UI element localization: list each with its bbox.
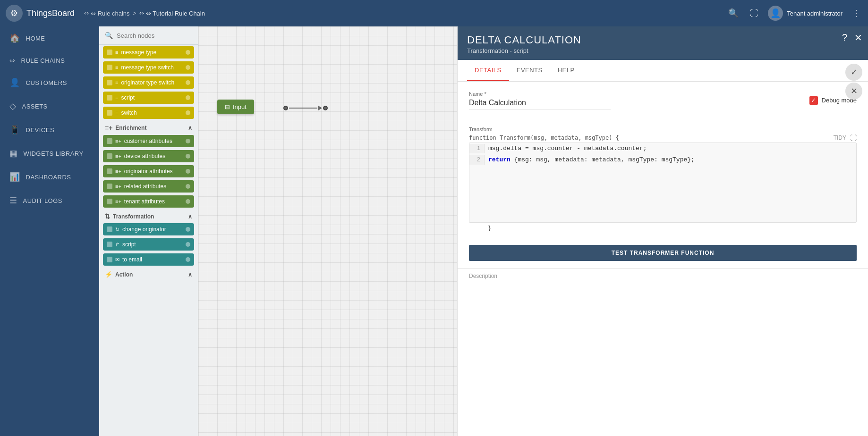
sidebar-label-devices: DEVICES — [26, 126, 55, 134]
node-label-script-filter: script — [121, 94, 183, 101]
enrichment-section-icon: ≡+ — [105, 124, 112, 132]
node-item-script-transform[interactable]: ↱ script — [103, 238, 194, 251]
node-item-related-attributes[interactable]: ≡+ related attributes — [103, 180, 194, 193]
node-right-connector — [186, 139, 190, 143]
close-panel-button[interactable]: ✕ — [854, 32, 862, 43]
sidebar-item-rule-chains[interactable]: ⇔ RULE CHAINS — [0, 50, 99, 71]
code-empty-space — [469, 166, 856, 222]
transformation-collapse-icon: ∧ — [188, 213, 192, 220]
debug-checkbox[interactable]: ✓ — [809, 96, 818, 105]
node-item-script-filter[interactable]: ≡ script — [103, 92, 194, 104]
test-transformer-button[interactable]: TEST TRANSFORMER FUNCTION — [469, 245, 857, 261]
enrichment-section-label: Enrichment — [115, 125, 146, 131]
tabs-bar: DETAILS EVENTS HELP — [458, 60, 868, 82]
detail-panel-header: DELTA CALCULATION Transformation - scrip… — [458, 26, 868, 60]
node-left-connector — [107, 199, 112, 204]
scroll-down-button[interactable]: ✕ — [845, 83, 862, 100]
node-left-connector — [107, 80, 112, 85]
transform-label: Transform — [469, 126, 857, 132]
sidebar-label-rule-chains: RULE CHAINS — [21, 57, 65, 64]
node-item-message-type[interactable]: ≡ message type — [103, 46, 194, 59]
expand-button[interactable]: ⛶ — [850, 134, 857, 142]
scroll-up-button[interactable]: ✓ — [845, 64, 862, 81]
code-text-1: msg.delta = msg.counter - metadata.count… — [488, 145, 647, 152]
fullscreen-button[interactable]: ⛶ — [748, 7, 760, 20]
more-menu-button[interactable]: ⋮ — [850, 6, 862, 20]
search-icon: 🔍 — [105, 32, 113, 39]
node-item-device-attributes[interactable]: ≡+ device attributes — [103, 150, 194, 162]
detail-panel-subtitle: Transformation - script — [467, 47, 859, 54]
node-item-message-type-switch[interactable]: ≡ message type switch — [103, 61, 194, 74]
audit-logs-icon: ☰ — [9, 195, 17, 206]
fn-signature: function Transform(msg, metadata, msgTyp… — [469, 134, 857, 142]
node-left-connector — [107, 257, 112, 262]
node-right-connector — [186, 257, 190, 262]
sidebar-label-customers: CUSTOMERS — [26, 79, 67, 86]
canvas-input-node[interactable]: ⊟ Input — [217, 100, 254, 114]
widgets-icon: ▦ — [9, 148, 18, 159]
search-button[interactable]: 🔍 — [726, 6, 740, 20]
sidebar-item-audit-logs[interactable]: ☰ AUDIT LOGS — [0, 189, 99, 212]
node-left-connector — [107, 242, 112, 247]
node-label-change-originator: change originator — [122, 226, 183, 233]
sidebar-item-customers[interactable]: 👤 CUSTOMERS — [0, 71, 99, 94]
code-editor[interactable]: 1 msg.delta = msg.counter - metadata.cou… — [469, 143, 857, 223]
node-item-customer-attributes[interactable]: ≡+ customer attributes — [103, 135, 194, 147]
node-search-input[interactable] — [117, 32, 196, 39]
sidebar-item-devices[interactable]: 📱 DEVICES — [0, 118, 99, 142]
enrichment-section-header[interactable]: ≡+ Enrichment ∧ — [99, 120, 198, 134]
node-right-connector — [186, 242, 190, 247]
node-right-connector — [186, 169, 190, 174]
node-right-connector — [186, 110, 190, 115]
tab-help[interactable]: HELP — [550, 60, 582, 81]
breadcrumb-rule-chains[interactable]: ⇔ ⇔ Rule chains — [84, 10, 130, 17]
transformation-section-header[interactable]: ⇅ Transformation ∧ — [99, 209, 198, 222]
dashboards-icon: 📊 — [9, 172, 20, 182]
node-label-related-attributes: related attributes — [124, 183, 183, 190]
customers-icon: 👤 — [9, 77, 20, 88]
sidebar-item-dashboards[interactable]: 📊 DASHBOARDS — [0, 165, 99, 189]
node-right-connector — [186, 227, 190, 232]
node-left-connector — [107, 226, 112, 232]
avatar: 👤 — [768, 6, 783, 21]
node-left-connector — [107, 95, 112, 101]
connector-arrow — [318, 106, 322, 110]
transformation-icon: ⇅ — [105, 213, 110, 220]
node-right-connector — [186, 65, 190, 70]
detail-panel: DELTA CALCULATION Transformation - scrip… — [457, 26, 868, 436]
tab-details[interactable]: DETAILS — [467, 60, 509, 81]
node-item-to-email[interactable]: ✉ to email — [103, 253, 194, 266]
name-label: Name * — [469, 91, 611, 97]
sidebar-label-dashboards: DASHBOARDS — [26, 174, 71, 181]
node-left-connector — [107, 110, 112, 116]
node-right-connector — [186, 184, 190, 189]
sidebar-item-widgets-library[interactable]: ▦ WIDGETS LIBRARY — [0, 142, 99, 165]
node-item-tenant-attributes[interactable]: ≡+ tenant attributes — [103, 195, 194, 208]
canvas-area[interactable]: ⊟ Input — [198, 26, 457, 436]
tab-events[interactable]: EVENTS — [509, 60, 550, 81]
tidy-button[interactable]: TIDY — [834, 134, 846, 142]
action-section-header[interactable]: ⚡ Action ∧ — [99, 267, 198, 280]
node-right-connector — [186, 95, 190, 100]
sidebar-item-assets[interactable]: ◇ ASSETS — [0, 94, 99, 118]
breadcrumb: ⇔ ⇔ Rule chains > ⇔ ⇔ Tutorial Rule Chai… — [84, 9, 726, 17]
topnav: ⚙ ThingsBoard ⇔ ⇔ Rule chains > ⇔ ⇔ Tuto… — [0, 0, 868, 26]
node-item-change-originator[interactable]: ↻ change originator — [103, 223, 194, 235]
name-row: Name * Delta Calculation ✓ Debug mode — [469, 91, 857, 109]
assets-icon: ◇ — [9, 101, 17, 111]
node-label-customer-attributes: customer attributes — [124, 138, 183, 144]
sidebar-item-home[interactable]: 🏠 HOME — [0, 26, 99, 50]
breadcrumb-tutorial[interactable]: ⇔ ⇔ Tutorial Rule Chain — [139, 10, 205, 17]
node-item-originator-attributes[interactable]: ≡+ originator attributes — [103, 165, 194, 177]
name-value: Delta Calculation — [469, 99, 611, 109]
node-item-switch[interactable]: ≡ switch — [103, 107, 194, 119]
node-item-originator-type-switch[interactable]: ≡ originator type switch — [103, 76, 194, 89]
node-label-originator-type-switch: originator type switch — [121, 79, 183, 86]
node-left-connector — [107, 50, 112, 55]
code-line-1: 1 msg.delta = msg.counter - metadata.cou… — [469, 143, 856, 154]
node-left-connector — [107, 153, 112, 159]
help-button[interactable]: ? — [842, 32, 847, 43]
node-right-connector — [186, 80, 190, 85]
action-icon: ⚡ — [105, 271, 112, 278]
node-right-connector — [186, 154, 190, 159]
